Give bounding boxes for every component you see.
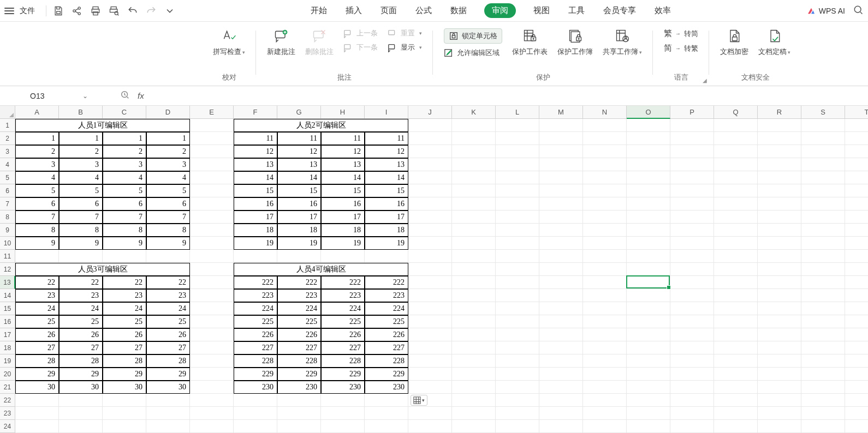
cell[interactable]: [452, 354, 496, 368]
cell-merged[interactable]: 人员4可编辑区: [234, 263, 408, 276]
cell[interactable]: [758, 420, 801, 433]
cell[interactable]: [408, 145, 452, 158]
cell[interactable]: [103, 250, 146, 263]
cell[interactable]: [408, 224, 452, 237]
cell[interactable]: [496, 368, 539, 381]
cell[interactable]: [190, 158, 234, 171]
cell[interactable]: [408, 158, 452, 171]
cell[interactable]: [627, 263, 670, 276]
cell[interactable]: [627, 158, 670, 171]
cell[interactable]: [452, 145, 496, 158]
cell[interactable]: [539, 289, 583, 302]
rowhdr-10[interactable]: 10: [0, 237, 15, 250]
cell[interactable]: [758, 381, 801, 394]
cell[interactable]: [583, 158, 627, 171]
cell[interactable]: [670, 368, 714, 381]
cell[interactable]: 228: [321, 354, 365, 368]
cell[interactable]: [758, 132, 801, 145]
cell[interactable]: 16: [321, 197, 365, 211]
cell[interactable]: [583, 302, 627, 315]
cell[interactable]: [714, 184, 758, 197]
cell[interactable]: 223: [234, 289, 277, 302]
cell[interactable]: [408, 197, 452, 211]
cell[interactable]: [146, 407, 190, 420]
cell[interactable]: [627, 289, 670, 302]
cell[interactable]: [627, 354, 670, 368]
cell[interactable]: [801, 145, 845, 158]
cell[interactable]: [583, 145, 627, 158]
encrypt-doc-button[interactable]: 文档加密: [720, 28, 748, 57]
cell[interactable]: [365, 394, 408, 407]
cell[interactable]: 5: [59, 184, 103, 197]
cell[interactable]: [583, 368, 627, 381]
cell[interactable]: [146, 394, 190, 407]
cell[interactable]: [583, 341, 627, 354]
cell[interactable]: 6: [15, 197, 59, 211]
colhdr-O[interactable]: O: [627, 106, 670, 119]
cell[interactable]: [408, 119, 452, 132]
cell[interactable]: [845, 341, 868, 354]
cell[interactable]: [190, 119, 234, 132]
cell[interactable]: [583, 263, 627, 276]
cell[interactable]: [714, 341, 758, 354]
cell[interactable]: [670, 420, 714, 433]
cell[interactable]: [452, 132, 496, 145]
cell[interactable]: [758, 145, 801, 158]
cell[interactable]: [539, 302, 583, 315]
cell[interactable]: 2: [146, 145, 190, 158]
colhdr-G[interactable]: G: [277, 106, 321, 119]
colhdr-N[interactable]: N: [583, 106, 627, 119]
cell[interactable]: [670, 354, 714, 368]
cell[interactable]: [801, 211, 845, 224]
colhdr-E[interactable]: E: [190, 106, 234, 119]
tab-start[interactable]: 开始: [310, 3, 328, 18]
cell[interactable]: [758, 184, 801, 197]
cell[interactable]: [190, 224, 234, 237]
cell[interactable]: [758, 197, 801, 211]
cell[interactable]: 4: [15, 171, 59, 184]
cell[interactable]: [758, 237, 801, 250]
cell[interactable]: [801, 263, 845, 276]
save-icon[interactable]: [53, 5, 64, 16]
cell[interactable]: [408, 381, 452, 394]
cell[interactable]: 12: [365, 145, 408, 158]
cell[interactable]: [583, 197, 627, 211]
cell[interactable]: [539, 171, 583, 184]
cell[interactable]: [59, 250, 103, 263]
tab-member[interactable]: 会员专享: [602, 3, 637, 18]
cell[interactable]: [496, 289, 539, 302]
cell[interactable]: 230: [234, 381, 277, 394]
cell[interactable]: [627, 145, 670, 158]
cell[interactable]: [845, 184, 868, 197]
redo-icon[interactable]: [146, 5, 157, 16]
cell[interactable]: [452, 119, 496, 132]
cell[interactable]: [714, 158, 758, 171]
cell[interactable]: [496, 250, 539, 263]
cell[interactable]: [496, 276, 539, 289]
cell[interactable]: 8: [15, 224, 59, 237]
cell[interactable]: [452, 381, 496, 394]
cell[interactable]: [103, 394, 146, 407]
cell[interactable]: 224: [234, 302, 277, 315]
rowhdr-21[interactable]: 21: [0, 381, 15, 394]
cell[interactable]: [234, 250, 277, 263]
cell[interactable]: [146, 420, 190, 433]
cell[interactable]: [845, 171, 868, 184]
cell[interactable]: [452, 197, 496, 211]
cell[interactable]: [845, 420, 868, 433]
fx-icon[interactable]: fx: [138, 91, 144, 100]
cell[interactable]: 29: [103, 368, 146, 381]
tab-insert[interactable]: 插入: [344, 3, 363, 18]
cell[interactable]: 25: [15, 315, 59, 328]
cell[interactable]: 4: [103, 171, 146, 184]
cell[interactable]: [670, 211, 714, 224]
cell[interactable]: 7: [146, 211, 190, 224]
cell[interactable]: [539, 368, 583, 381]
cell[interactable]: [277, 407, 321, 420]
cell[interactable]: [365, 420, 408, 433]
colhdr-Q[interactable]: Q: [714, 106, 758, 119]
cell[interactable]: [146, 250, 190, 263]
cell[interactable]: [670, 145, 714, 158]
cell[interactable]: [758, 315, 801, 328]
cell[interactable]: [496, 315, 539, 328]
